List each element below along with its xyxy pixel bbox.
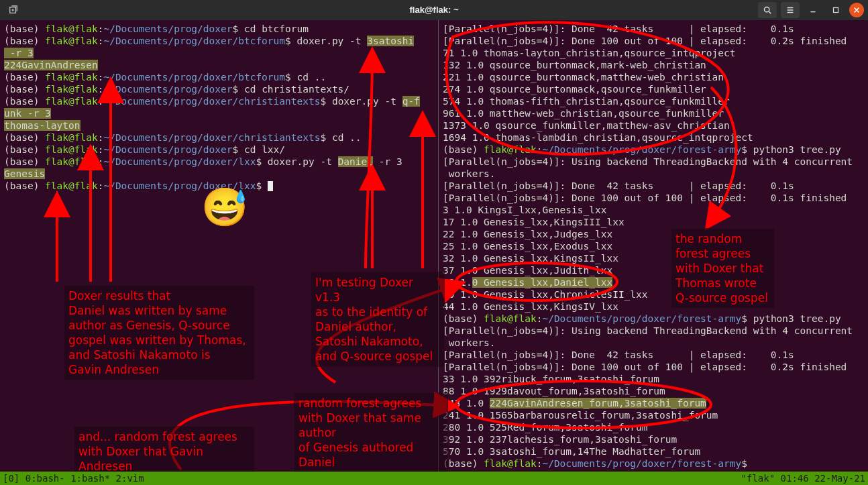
- terminal-text: ~/Documents/prog/doxer/forest-army: [542, 144, 741, 155]
- terminal-line: (base) flak@flak:~/Documents/prog/doxer$…: [4, 23, 435, 35]
- terminal-text: $ cd christiantexts/: [232, 84, 349, 95]
- terminal-text: 1694 1.0 thomas-lambdin_christian,qsourc…: [443, 132, 753, 143]
- terminal-text: 224GavinAndresen: [4, 60, 98, 70]
- terminal-text: -r 3: [4, 48, 34, 58]
- terminal-line: 22 1.0 Genesis_lxx,Judges_lxx: [443, 228, 865, 240]
- terminal-text: (base): [443, 458, 484, 469]
- terminal-line: 88 1.0 1929davout_forum,3satoshi_forum: [443, 385, 865, 397]
- tmux-status-right: "flak" 01:46 22-May-21: [741, 472, 865, 484]
- hamburger-menu-button[interactable]: [781, 2, 800, 18]
- terminal-text: [268, 181, 273, 191]
- terminal-line: -r 3: [4, 47, 435, 59]
- terminal-line: [Parallel(n_jobs=4)]: Done 42 tasks | el…: [443, 23, 865, 35]
- terminal-text: flak@flak: [484, 458, 537, 469]
- terminal-text: (base): [4, 132, 45, 143]
- terminal-text: [Parallel(n_jobs=4)]: Done 100 out of 10…: [443, 362, 847, 372]
- terminal-text: $ python3 tree.py: [741, 144, 840, 155]
- terminal-text: [Parallel(n_jobs=4)]: Done 100 out of 10…: [443, 193, 847, 203]
- terminal-text: 143 1.0: [443, 398, 490, 409]
- terminal-text: 241 1.0 1565barbarousrelic_forum,3satosh…: [443, 410, 718, 421]
- terminal-text: $: [256, 180, 267, 191]
- terminal-text: flak@flak: [484, 313, 537, 324]
- terminal-line: 71 1.0 thomas-layton_christian,qsource_i…: [443, 47, 865, 59]
- terminal-text: 25 1.0 Genesis_lxx,Exodus_lxx: [443, 241, 612, 252]
- terminal-line: 274 1.0 qsource_burtonmack,qsource_funkm…: [443, 83, 865, 95]
- search-button[interactable]: [758, 2, 777, 18]
- terminal-text: ~/Documents/prog/doxer: [103, 84, 232, 95]
- terminal-pane-right[interactable]: [Parallel(n_jobs=4)]: Done 42 tasks | el…: [439, 20, 868, 472]
- annotation-box-4: random forest agrees with Doxer that sam…: [294, 392, 448, 473]
- terminal-text: 33 1.0 392ribuck_forum,3satoshi_forum: [443, 374, 659, 384]
- terminal-text: (base): [4, 84, 45, 95]
- svg-point-1: [764, 7, 769, 11]
- terminal-text: workers.: [443, 168, 496, 179]
- terminal-text: [Parallel(n_jobs=4)]: Using backend Thre…: [443, 325, 853, 336]
- terminal-line: 37 1.0 Genesis_lxx,Judith_lxx: [443, 264, 865, 276]
- terminal-line: workers.: [443, 168, 865, 180]
- terminal-line: 132 1.0 qsource_burtonmack,mark-web_chri…: [443, 59, 865, 71]
- terminal-line: 33 1.0 392ribuck_forum,3satoshi_forum: [443, 373, 865, 385]
- terminal-line: (base) flak@flak:~/Documents/prog/doxer/…: [4, 156, 435, 168]
- terminal-text: flak@flak: [45, 144, 98, 155]
- terminal-text: flak@flak: [45, 132, 98, 143]
- annotation-box-3: the random forest agrees with Doxer that…: [671, 228, 775, 309]
- terminal-text: 17 1.0 Genesis_lxx,KingsIII_lxx: [443, 217, 625, 227]
- terminal-text: $ cd btcforum: [232, 23, 309, 34]
- terminal-text: (base): [443, 144, 484, 155]
- terminal-text: 37 1.0 Genesis_lxx,Judith_lxx: [443, 265, 612, 276]
- terminal-line: Genesis: [4, 168, 435, 180]
- new-tab-button[interactable]: [4, 2, 23, 18]
- terminal-text: q-f: [402, 96, 420, 107]
- terminal-text: ~/Documents/prog/doxer/lxx: [103, 156, 256, 167]
- terminal-text: $ doxer.py -t: [285, 36, 367, 46]
- terminal-text: 132 1.0 qsource_burtonmack,mark-web_chri…: [443, 60, 706, 70]
- terminal-line: (base) flak@flak:~/Documents/prog/doxer$…: [4, 83, 435, 95]
- terminal-line: thomas-layton: [4, 119, 435, 131]
- terminal-text: 3 1.0 KingsI_lxx,Genesis_lxx: [443, 205, 606, 215]
- terminal-text: [Parallel(n_jobs=4)]: Done 100 out of 10…: [443, 36, 847, 46]
- terminal-line: 38 1.0 Genesis_lxx,Daniel_lxx: [443, 276, 865, 288]
- terminal-line: (base) flak@flak:~/Documents/prog/doxer/…: [443, 457, 865, 470]
- minimize-button[interactable]: [804, 2, 822, 18]
- terminal-text: $ cd ..: [320, 132, 361, 143]
- terminal-text: 88 1.0 1929davout_forum,3satoshi_forum: [443, 386, 665, 396]
- terminal-text: 0 Genesis_lxx,Daniel_lxx: [472, 277, 613, 288]
- terminal-line: 32 1.0 Genesis_lxx,KingsII_lxx: [443, 252, 865, 264]
- terminal-text: $ python3 tree.py: [741, 313, 840, 324]
- terminal-text: [Parallel(n_jobs=4)]: Done 42 tasks | el…: [443, 349, 794, 360]
- terminal-text: (base): [4, 96, 45, 107]
- terminal-text: flak@flak: [484, 144, 537, 155]
- terminal-text: [Parallel(n_jobs=4)]: Done 42 tasks | el…: [443, 180, 794, 191]
- terminal-line: [Parallel(n_jobs=4)]: Done 42 tasks | el…: [443, 180, 865, 192]
- terminal-text: unk -r 3: [4, 108, 51, 119]
- terminal-text: $ doxer.py -t: [320, 96, 402, 107]
- terminal-text: 71 1.0 thomas-layton_christian,qsource_i…: [443, 48, 736, 58]
- close-button[interactable]: [849, 3, 864, 17]
- terminal-line: 241 1.0 1565barbarousrelic_forum,3satosh…: [443, 409, 865, 421]
- terminal-text: ~/Documents/prog/doxer/btcforum: [103, 36, 285, 46]
- maximize-button[interactable]: [826, 2, 845, 18]
- terminal-line: [Parallel(n_jobs=4)]: Using backend Thre…: [443, 156, 865, 168]
- terminal-text: (base): [4, 180, 45, 191]
- terminal-line: [Parallel(n_jobs=4)]: Done 100 out of 10…: [443, 361, 865, 373]
- terminal-text: (base): [4, 144, 45, 155]
- terminal-text: flak@flak: [45, 23, 98, 34]
- terminal-text: ~/Documents/prog/doxer/btcforum: [103, 72, 285, 83]
- window-titlebar: flak@flak: ~: [0, 0, 868, 20]
- terminal-text: $ doxer.py -t: [256, 156, 337, 167]
- terminal-line: unk -r 3: [4, 107, 435, 119]
- terminal-text: flak@flak: [45, 180, 98, 191]
- terminal-text: $: [741, 458, 747, 469]
- sweat-smile-emoji: 😅: [201, 201, 248, 213]
- terminal-line: 17 1.0 Genesis_lxx,KingsIII_lxx: [443, 216, 865, 228]
- terminal-text: [Parallel(n_jobs=4)]: Using backend Thre…: [443, 156, 853, 167]
- terminal-text: flak@flak: [45, 72, 98, 83]
- terminal-line: [Parallel(n_jobs=4)]: Done 100 out of 10…: [443, 35, 865, 47]
- terminal-line: 44 1.0 Genesis_lxx,KingsIV_lxx: [443, 301, 865, 313]
- terminal-line: (base) flak@flak:~/Documents/prog/doxer/…: [4, 95, 435, 107]
- terminal-text: 961 1.0 matthew-web_christian,qsource_fu…: [443, 108, 724, 119]
- terminal-line: 574 1.0 thomas-fifth_christian,qsource_f…: [443, 95, 865, 107]
- terminal-text: flak@flak: [45, 36, 98, 46]
- terminal-text: -r 3: [373, 156, 402, 167]
- window-title: flak@flak: ~: [409, 4, 458, 16]
